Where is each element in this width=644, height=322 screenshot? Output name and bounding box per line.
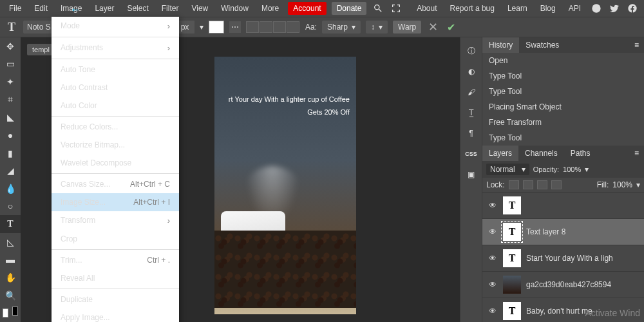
- link-about[interactable]: About: [410, 1, 443, 15]
- visibility-icon[interactable]: 👁: [488, 307, 498, 316]
- menu-item-trim[interactable]: Trim...Ctrl + .: [52, 251, 179, 269]
- tab-channels[interactable]: Channels: [518, 146, 564, 161]
- move-tool[interactable]: ✥: [0, 37, 21, 55]
- link-report-bug[interactable]: Report a bug: [444, 1, 501, 15]
- path-tool[interactable]: ◺: [0, 233, 21, 251]
- donate-button[interactable]: Donate: [332, 2, 367, 15]
- clone-tool[interactable]: ▮: [0, 144, 21, 162]
- align-center-button[interactable]: [260, 21, 272, 33]
- history-item[interactable]: Open: [482, 53, 644, 68]
- image-panel-icon[interactable]: ▣: [464, 167, 478, 182]
- brush-tool[interactable]: ●: [0, 126, 21, 144]
- paragraph-panel-icon[interactable]: ¶: [464, 126, 478, 140]
- menu-more[interactable]: More: [255, 1, 285, 15]
- panel-menu-icon[interactable]: ≡: [629, 149, 644, 158]
- fullscreen-icon[interactable]: [390, 3, 402, 14]
- twitter-icon[interactable]: [609, 3, 620, 14]
- history-item[interactable]: Type Tool: [482, 84, 644, 99]
- reddit-icon[interactable]: [591, 3, 602, 14]
- layer-row[interactable]: 👁 ga2cd39d0eab427c8594: [482, 271, 644, 298]
- link-api[interactable]: API: [562, 1, 587, 15]
- facebook-icon[interactable]: [627, 3, 638, 14]
- commit-icon[interactable]: ✔: [444, 21, 457, 33]
- menu-item-mode[interactable]: Mode: [52, 17, 179, 35]
- menu-window[interactable]: Window: [214, 1, 255, 15]
- layer-name[interactable]: ga2cd39d0eab427c8594: [526, 280, 639, 289]
- lock-pixels-button[interactable]: [523, 180, 533, 189]
- panel-menu-icon[interactable]: ≡: [629, 41, 644, 50]
- align-left-button[interactable]: [246, 21, 259, 33]
- menu-file[interactable]: File: [3, 1, 28, 15]
- menu-item-adjustments[interactable]: Adjustments: [52, 39, 179, 57]
- hand-tool[interactable]: ✋: [0, 269, 21, 287]
- link-blog[interactable]: Blog: [534, 1, 562, 15]
- visibility-icon[interactable]: 👁: [488, 227, 498, 236]
- brush-panel-icon[interactable]: 🖌: [464, 85, 478, 99]
- canvas[interactable]: rt Your day With a lighter cup of Coffee…: [214, 57, 356, 314]
- align-right-button[interactable]: [273, 21, 286, 33]
- layer-name[interactable]: Text layer 8: [526, 227, 639, 236]
- layer-row[interactable]: 👁 T Text layer 8: [482, 218, 644, 245]
- menu-item-reveal-all[interactable]: Reveal All: [52, 269, 179, 287]
- lock-position-button[interactable]: [537, 180, 547, 189]
- visibility-icon[interactable]: 👁: [488, 254, 498, 263]
- visibility-icon[interactable]: 👁: [488, 201, 498, 210]
- tab-history[interactable]: History: [482, 37, 519, 53]
- chevron-down-icon[interactable]: ▾: [200, 23, 204, 32]
- adjust-panel-icon[interactable]: ◐: [464, 64, 478, 79]
- lock-all-button[interactable]: [551, 180, 562, 189]
- blur-tool[interactable]: 💧: [0, 180, 21, 198]
- history-item[interactable]: Type Tool: [482, 68, 644, 84]
- color-swatches[interactable]: [0, 304, 21, 322]
- menu-layer[interactable]: Layer: [88, 1, 120, 15]
- menu-filter[interactable]: Filter: [155, 1, 185, 15]
- eraser-tool[interactable]: ◢: [0, 162, 21, 180]
- document-tab[interactable]: templ: [27, 44, 55, 55]
- history-item[interactable]: Placing Smart Object: [482, 99, 644, 115]
- account-button[interactable]: Account: [288, 2, 326, 15]
- menu-item-image-size[interactable]: Image Size...Alt+Ctrl + I: [52, 193, 179, 211]
- lock-transparency-button[interactable]: [509, 180, 519, 189]
- type-tool[interactable]: T: [0, 215, 21, 233]
- visibility-icon[interactable]: 👁: [488, 280, 498, 289]
- search-icon[interactable]: [372, 3, 384, 14]
- eyedropper-tool[interactable]: ◣: [0, 109, 21, 127]
- tab-swatches[interactable]: Swatches: [519, 37, 565, 53]
- warp-button[interactable]: Warp: [393, 21, 421, 33]
- crop-tool[interactable]: ⌗: [0, 91, 21, 109]
- link-learn[interactable]: Learn: [501, 1, 534, 15]
- chevron-down-icon[interactable]: ▾: [636, 180, 640, 189]
- cancel-icon[interactable]: ✕: [426, 20, 439, 34]
- character-panel-icon[interactable]: T̲: [464, 106, 478, 120]
- menu-select[interactable]: Select: [120, 1, 155, 15]
- antialias-select[interactable]: Sharp▾: [322, 21, 361, 33]
- history-item[interactable]: Type Tool: [482, 130, 644, 146]
- info-panel-icon[interactable]: ⓘ: [464, 44, 478, 58]
- history-item[interactable]: Free Transform: [482, 115, 644, 130]
- wand-tool[interactable]: ✦: [0, 73, 21, 91]
- menu-item-canvas-size[interactable]: Canvas Size...Alt+Ctrl + C: [52, 175, 179, 193]
- layer-row[interactable]: 👁 T: [482, 192, 644, 218]
- text-color-swatch[interactable]: [209, 21, 224, 33]
- chevron-down-icon[interactable]: ▾: [585, 165, 589, 174]
- layer-row[interactable]: 👁 T Start Your day With a ligh: [482, 245, 644, 271]
- opacity-value[interactable]: 100%: [563, 166, 581, 173]
- menu-item-duplicate[interactable]: Duplicate: [52, 290, 179, 308]
- marquee-tool[interactable]: ▭: [0, 55, 21, 73]
- shape-tool[interactable]: ▬: [0, 251, 21, 269]
- more-options-icon[interactable]: ⋯: [229, 21, 241, 33]
- tab-paths[interactable]: Paths: [564, 146, 597, 161]
- menu-view[interactable]: View: [185, 1, 214, 15]
- tab-layers[interactable]: Layers: [482, 146, 518, 161]
- align-justify-button[interactable]: [287, 21, 299, 33]
- zoom-tool[interactable]: 🔍: [0, 287, 21, 305]
- layer-name[interactable]: Start Your day With a ligh: [526, 254, 639, 263]
- menu-item-transform[interactable]: Transform: [52, 211, 179, 230]
- text-direction-select[interactable]: ↕▾: [366, 21, 388, 33]
- css-panel-icon[interactable]: CSS: [464, 147, 478, 161]
- pen-tool[interactable]: ○: [0, 198, 21, 216]
- blend-mode-select[interactable]: Normal▾: [486, 164, 529, 175]
- menu-edit[interactable]: Edit: [28, 1, 54, 15]
- fill-value[interactable]: 100%: [612, 180, 632, 189]
- font-family-select[interactable]: Noto S: [23, 21, 55, 33]
